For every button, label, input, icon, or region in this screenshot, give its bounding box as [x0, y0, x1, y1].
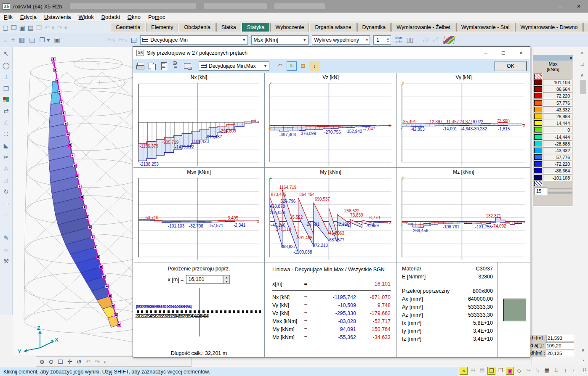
- dialog-titlebar[interactable]: X5 Siły przekrojowe w 27 połączonych prę…: [133, 47, 530, 59]
- menu-item-ustawienia[interactable]: Ustawienia: [40, 14, 75, 20]
- intersect-icon[interactable]: ✂: [3, 154, 9, 160]
- solid-icon[interactable]: ❒: [3, 85, 9, 92]
- zoom-in-icon[interactable]: ⊕: [40, 358, 45, 365]
- delete-icon[interactable]: ×: [460, 367, 468, 375]
- scale-spinner[interactable]: 1 ▲▼: [373, 35, 391, 45]
- arrows-down-icon[interactable]: ⇊: [552, 367, 560, 375]
- diagram-values-icon[interactable]: ↕: [309, 61, 319, 71]
- dock-scroll-up-icon[interactable]: ∧: [580, 72, 584, 78]
- minimize-button[interactable]: –: [551, 0, 569, 13]
- menu-item-pomoc[interactable]: Pomoc: [144, 14, 169, 20]
- dock-close-icon[interactable]: ×: [581, 50, 583, 56]
- menu-item-dodatki[interactable]: Dodatki: [98, 14, 124, 20]
- pan-icon[interactable]: ✛: [67, 358, 72, 365]
- component-combo[interactable]: Msx [kNm] ▼: [251, 35, 309, 45]
- print-icon[interactable]: [136, 62, 145, 70]
- menu-item-widok[interactable]: Widok: [75, 14, 98, 20]
- tab-wymiarowanie-żelbet[interactable]: Wymiarowanie - Żelbet: [391, 23, 455, 32]
- report-snapshot-icon[interactable]: [172, 62, 180, 70]
- level-icon[interactable]: ±: [11, 37, 15, 43]
- collapse-icon[interactable]: ‹: [104, 358, 106, 365]
- set-square-icon[interactable]: ◣: [4, 142, 9, 148]
- render-icon[interactable]: ▣: [54, 37, 60, 43]
- case-combo[interactable]: Decydujące Min ▼: [140, 35, 248, 45]
- solid-icon[interactable]: ❒: [36, 24, 42, 31]
- report-icon[interactable]: [160, 62, 168, 70]
- layers-icon[interactable]: ≡: [3, 37, 7, 43]
- local-system-icon[interactable]: P⌐ᵤ: [107, 37, 115, 42]
- print-icon[interactable]: ▤: [28, 24, 34, 31]
- tab-siatka[interactable]: Siatka: [216, 23, 241, 32]
- table-icon[interactable]: ▦: [19, 37, 25, 43]
- menu-item-okno[interactable]: Okno: [124, 14, 144, 20]
- dock-scrollbar[interactable]: [580, 80, 586, 94]
- chart-plot-vz[interactable]: -497,403-376,099-270,756-152,942-7,047zy…: [266, 82, 395, 166]
- path-icon[interactable]: ↳: [534, 367, 542, 375]
- table-icon[interactable]: ▤: [478, 367, 486, 375]
- coords-icon[interactable]: ⊥: [3, 74, 9, 80]
- grid-icon[interactable]: ▦: [543, 367, 551, 375]
- region-icon[interactable]: ▣: [506, 367, 514, 375]
- tab-wymiarowanie-stal[interactable]: Wymiarowanie - Stal: [456, 23, 515, 32]
- legend-level-count[interactable]: 15: [535, 188, 547, 195]
- open-icon[interactable]: ❐: [11, 24, 16, 31]
- tab-statyka[interactable]: Statyka: [242, 23, 270, 32]
- chart-plot-vy[interactable]: 35,49112,89711,45724,3779,02272,300-42,8…: [399, 82, 529, 166]
- diamond-icon[interactable]: ◇: [515, 367, 523, 375]
- x-input[interactable]: 16,101: [186, 275, 223, 284]
- tab-obciążenia[interactable]: Obciążenia: [179, 23, 216, 32]
- wrench-icon[interactable]: ⚒: [3, 258, 9, 264]
- dock-restore-icon[interactable]: □: [581, 61, 584, 66]
- minmax-icon[interactable]: x̄max x̲min: [395, 36, 402, 43]
- save-icon[interactable]: ▣: [19, 24, 25, 31]
- zoom-out-icon[interactable]: ⊖: [49, 358, 54, 365]
- chart-plot-nx[interactable]: -1156,379-905,719-298,809-615,437-1109,4…: [135, 82, 263, 166]
- dialog-close-button[interactable]: ×: [512, 50, 530, 56]
- close-button[interactable]: ×: [569, 0, 588, 13]
- dialog-minimize-button[interactable]: –: [477, 50, 495, 56]
- chart-plot-msx[interactable]: 53,7193,495-101,103-82,708-57,571-2,341x: [135, 177, 263, 260]
- axes-icon[interactable]: ∟: [571, 367, 579, 375]
- tab-geometria[interactable]: Geometria: [111, 23, 145, 32]
- result-list-icon[interactable]: ▤: [131, 37, 137, 43]
- tab-dynamika[interactable]: Dynamika: [357, 23, 391, 32]
- tab-drgania-w-asne[interactable]: Drgania własne: [310, 23, 356, 32]
- dialog-case-combo[interactable]: Decydujące Min,Max ▼: [199, 61, 269, 71]
- diagram-filled-icon[interactable]: ≋: [287, 61, 297, 71]
- legend-header[interactable]: ×: [533, 56, 573, 61]
- render-cube-icon[interactable]: [443, 36, 455, 44]
- polygon-icon[interactable]: ⊿: [3, 177, 9, 183]
- polyline-icon[interactable]: ∠: [3, 119, 9, 125]
- tab-wymiarowanie-mur[interactable]: Wymiarowanie - Mur: [583, 23, 588, 32]
- tab-wyboczenie[interactable]: Wyboczenie: [270, 23, 309, 32]
- undo-icon[interactable]: ↶ ▾: [44, 24, 54, 31]
- section-b-icon[interactable]: ❒: [497, 367, 505, 375]
- curve-icon[interactable]: ↪: [524, 367, 532, 375]
- axes-f-icon[interactable]: ⌐ᶠ: [433, 37, 438, 43]
- zoom-icon[interactable]: ◯: [3, 62, 10, 69]
- power-icon[interactable]: 1²: [580, 367, 588, 375]
- local-system2-icon[interactable]: P⌐ᵤ: [119, 37, 127, 42]
- brush-icon[interactable]: ✎: [3, 235, 9, 241]
- rect-icon[interactable]: ▭: [3, 200, 9, 207]
- zoom-fit-icon[interactable]: ☐: [58, 358, 63, 365]
- ok-button[interactable]: OK: [495, 61, 527, 71]
- dock-expand-icon[interactable]: ›: [583, 357, 584, 363]
- menu-item-edycja[interactable]: Edycja: [16, 14, 40, 20]
- notebook-icon[interactable]: ▤: [29, 37, 35, 43]
- text-icon[interactable]: A: [4, 165, 8, 172]
- save-drawing-icon[interactable]: [184, 62, 192, 70]
- pointer-icon[interactable]: ↖: [3, 50, 9, 57]
- chart-plot-my[interactable]: 1164,719873,465864,454690,537624,796433,…: [266, 177, 395, 260]
- tab-wymiarowanie-drewno[interactable]: Wymiarowanie - Drewno: [515, 23, 583, 32]
- redo-icon[interactable]: ↷ ▾: [57, 24, 67, 31]
- animation-icon[interactable]: ▯▯: [407, 37, 414, 43]
- dialog-maximize-button[interactable]: □: [495, 50, 512, 56]
- line-icon[interactable]: ─: [4, 223, 8, 230]
- x-spinner-icon[interactable]: ▲▼: [223, 275, 230, 284]
- menu-item-plik[interactable]: Plik: [0, 14, 16, 20]
- grid-cursor-icon[interactable]: ⊞: [469, 367, 477, 375]
- chart-plot-mz[interactable]: -266,456-108,761-131,755132,371-74,002yz…: [399, 177, 529, 260]
- renumber-icon[interactable]: ↻: [3, 188, 9, 195]
- display-combo[interactable]: Wykres wypełniony ▾: [312, 35, 370, 45]
